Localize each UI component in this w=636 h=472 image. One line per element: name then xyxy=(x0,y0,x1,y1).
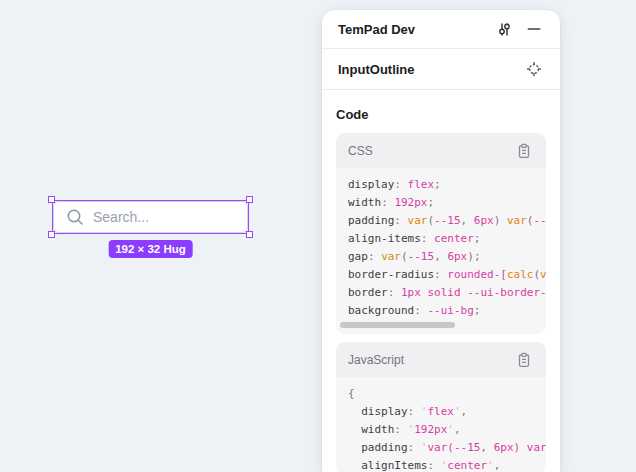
code-line: border: 1px solid --ui-border-interactiv… xyxy=(348,284,534,302)
code-block-label: JavaScript xyxy=(348,353,514,367)
code-line: background: --ui-bg; xyxy=(348,302,534,320)
selected-component-row: InputOutline xyxy=(322,49,560,90)
panel-header: TemPad Dev xyxy=(322,10,560,49)
code-block-css: CSS display: flex;width: 192px;padding: … xyxy=(336,133,546,334)
size-badge: 192 × 32 Hug xyxy=(108,240,193,258)
panel-title: TemPad Dev xyxy=(338,22,494,37)
search-input-component[interactable]: Search... 192 × 32 Hug xyxy=(53,201,248,233)
code-block-header: JavaScript xyxy=(336,342,546,377)
search-placeholder: Search... xyxy=(93,209,149,225)
code-line: display: flex; xyxy=(348,176,534,194)
code-line: alignItems: 'center', xyxy=(348,457,534,472)
code-block-header: CSS xyxy=(336,133,546,168)
clipboard-icon[interactable] xyxy=(514,141,534,161)
component-name: InputOutline xyxy=(338,62,524,77)
magnifier-icon xyxy=(66,208,84,226)
selection-handle-top-left[interactable] xyxy=(48,196,55,203)
tempad-dev-panel: TemPad Dev InputOutline xyxy=(322,10,560,472)
code-line: gap: var(--15, 6px); xyxy=(348,248,534,266)
code-line: padding: 'var(--15, 6px) var(--15, 6px)'… xyxy=(348,439,534,457)
code-line: { xyxy=(348,385,534,403)
code-line: width: 192px; xyxy=(348,194,534,212)
horizontal-scrollbar[interactable] xyxy=(336,320,546,334)
code-line: display: 'flex', xyxy=(348,403,534,421)
code-section-title: Code xyxy=(336,107,546,122)
code-content-css: display: flex;width: 192px;padding: var(… xyxy=(336,168,546,320)
selection-handle-bottom-right[interactable] xyxy=(246,231,253,238)
code-line: align-items: center; xyxy=(348,230,534,248)
code-line: width: '192px', xyxy=(348,421,534,439)
code-line: padding: var(--15, 6px) var(--15, 6px); xyxy=(348,212,534,230)
code-block-javascript: JavaScript { display: 'flex', width: '19… xyxy=(336,342,546,472)
selection-handle-bottom-left[interactable] xyxy=(48,231,55,238)
horizontal-scrollbar-thumb[interactable] xyxy=(340,322,455,328)
selection-handle-top-right[interactable] xyxy=(246,196,253,203)
crosshair-icon[interactable] xyxy=(524,59,544,79)
code-block-label: CSS xyxy=(348,144,514,158)
panel-body: Code CSS display: flex;width: 192px;padd… xyxy=(322,90,560,472)
search-input[interactable]: Search... xyxy=(53,201,248,233)
code-content-javascript: { display: 'flex', width: '192px', paddi… xyxy=(336,377,546,472)
sliders-icon[interactable] xyxy=(494,19,514,39)
code-line: border-radius: rounded-[calc(var( xyxy=(348,266,534,284)
clipboard-icon[interactable] xyxy=(514,350,534,370)
minimize-icon[interactable] xyxy=(524,19,544,39)
